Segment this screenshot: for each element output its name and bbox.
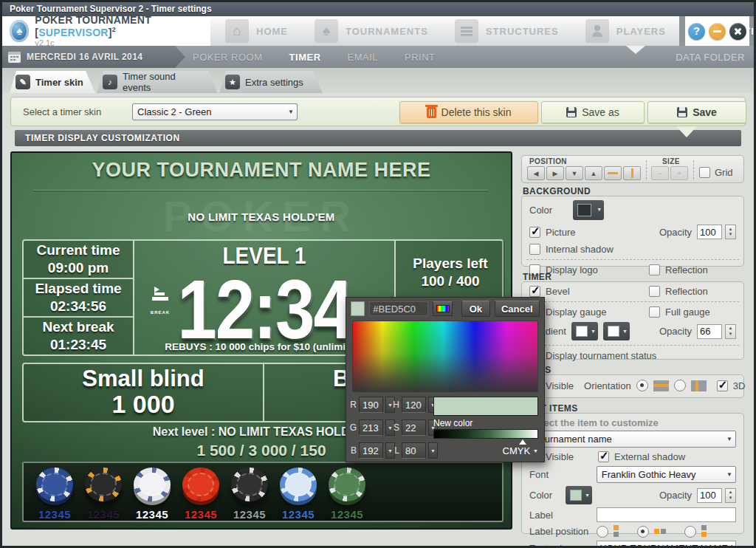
nav-label-structures: STRUCTURES bbox=[486, 26, 559, 37]
label-position-top-radio[interactable] bbox=[597, 526, 608, 538]
test-value-label: Test value bbox=[529, 543, 591, 548]
hue-saturation-field[interactable] bbox=[352, 321, 538, 392]
gradient-color1-button[interactable]: ▼ bbox=[571, 322, 598, 340]
rainbow-picker-button[interactable] bbox=[433, 301, 453, 316]
section-header-bar: TIMER DISPLAY CUSTOMIZATION bbox=[15, 130, 741, 146]
save-as-button[interactable]: Save as bbox=[541, 101, 645, 123]
hex-color-input[interactable] bbox=[369, 301, 428, 316]
skin-select-dropdown[interactable]: Classic 2 - Green ▼ bbox=[132, 103, 298, 120]
gradient-color2-button[interactable]: ▼ bbox=[603, 322, 630, 340]
grid-checkbox[interactable] bbox=[699, 167, 710, 178]
poker-chip-blue bbox=[36, 467, 73, 501]
subnav-item-timer[interactable]: TIMER bbox=[289, 52, 321, 63]
nav-item-structures[interactable]: STRUCTURES bbox=[441, 16, 572, 46]
bg-opacity-input[interactable] bbox=[697, 225, 722, 239]
nav-item-tournaments[interactable]: ♠ TOURNAMENTS bbox=[301, 16, 441, 46]
nav-item-players[interactable]: PLAYERS bbox=[572, 16, 679, 46]
size-label: SIZE bbox=[662, 157, 680, 165]
move-down-button[interactable]: ▼ bbox=[566, 166, 583, 180]
bg-color-swatch-button[interactable]: ▼ bbox=[573, 200, 604, 220]
orientation-vertical-radio[interactable] bbox=[674, 380, 686, 391]
label-position-bottom-radio[interactable] bbox=[684, 526, 696, 538]
full-gauge-checkbox[interactable] bbox=[649, 306, 660, 318]
horizontal-line-icon bbox=[608, 172, 618, 174]
date-tab[interactable]: MERCREDI 16 AVRIL 2014 bbox=[2, 46, 185, 68]
timer-opacity-input[interactable] bbox=[697, 324, 722, 339]
rainbow-icon bbox=[436, 305, 450, 312]
red-value[interactable]: 190 bbox=[359, 397, 383, 413]
label-position-left-radio[interactable] bbox=[637, 526, 649, 538]
minimize-button[interactable] bbox=[709, 23, 726, 40]
save-callout-notch bbox=[676, 126, 697, 137]
select-item-label: Select the item to customize bbox=[529, 417, 659, 428]
label-input[interactable] bbox=[597, 507, 736, 522]
item-opacity-stepper[interactable]: ▲▼ bbox=[725, 488, 736, 503]
lightness-slider[interactable] bbox=[433, 429, 538, 439]
timer-opacity-stepper[interactable]: ▲▼ bbox=[725, 324, 736, 339]
item-color-swatch-button[interactable]: ▼ bbox=[566, 486, 592, 504]
tab-extra-settings[interactable]: ★ Extra settings bbox=[219, 71, 323, 93]
bg-color-swatch bbox=[577, 204, 591, 216]
size-decrease-button[interactable]: − bbox=[651, 166, 669, 180]
font-dropdown[interactable]: Franklin Gothic Heavy ▼ bbox=[597, 466, 736, 483]
text-items-section: Select the item to customize Tournament … bbox=[521, 413, 744, 534]
subnav-item-poker-room[interactable]: POKER ROOM bbox=[193, 52, 263, 63]
lightness-value[interactable]: 80 bbox=[402, 442, 426, 459]
center-horizontal-button[interactable] bbox=[604, 166, 622, 180]
save-button[interactable]: Save bbox=[647, 101, 746, 123]
hue-value[interactable]: 120 bbox=[402, 397, 426, 413]
chips-3d-checkbox[interactable] bbox=[717, 380, 728, 391]
timer-reflection-label: Reflection bbox=[665, 286, 736, 297]
cancel-button[interactable]: Cancel bbox=[495, 301, 540, 317]
subnav-item-email[interactable]: EMAIL bbox=[348, 52, 379, 63]
settings-panel: POSITION SIZE ◀ ▶ ▼ ▲ − ＋ Grid BACKGROUN… bbox=[521, 151, 750, 535]
poker-chip-black-orange bbox=[85, 467, 122, 501]
chip-item: 12345 bbox=[229, 467, 270, 521]
ok-button[interactable]: Ok bbox=[461, 301, 489, 317]
move-left-button[interactable]: ◀ bbox=[527, 166, 545, 180]
text-item-dropdown[interactable]: Tournament name ▼ bbox=[529, 431, 736, 448]
bg-reflection-label: Reflection bbox=[665, 264, 736, 275]
test-value-input[interactable] bbox=[597, 541, 736, 548]
nav-item-home[interactable]: ⌂ HOME bbox=[212, 16, 301, 46]
nav-label-tournaments: TOURNAMENTS bbox=[346, 26, 428, 37]
bg-reflection-checkbox[interactable] bbox=[649, 264, 660, 275]
tab-timer-skin[interactable]: ✎ Timer skin bbox=[10, 71, 95, 93]
lightness-slider-marker[interactable] bbox=[519, 439, 526, 445]
timer-reflection-checkbox[interactable] bbox=[649, 286, 660, 297]
item-opacity-input[interactable] bbox=[697, 488, 722, 503]
chevron-down-icon: ▼ bbox=[585, 493, 590, 498]
internal-shadow-checkbox[interactable] bbox=[529, 244, 540, 255]
center-vertical-button[interactable] bbox=[623, 166, 641, 180]
orientation-horizontal-radio[interactable] bbox=[636, 380, 648, 391]
tab-timer-sound-events[interactable]: ♪ Timer sound events bbox=[97, 71, 218, 93]
blue-value[interactable]: 192 bbox=[359, 442, 383, 459]
lightness-label: L bbox=[392, 445, 399, 456]
delete-skin-button[interactable]: Delete this skin bbox=[399, 101, 538, 123]
help-button[interactable]: ? bbox=[688, 23, 705, 40]
bevel-checkbox[interactable] bbox=[529, 286, 540, 297]
main-navigation: ♠ POKER TOURNAMENT [SUPERVISOR]2 v2.1c ⌂… bbox=[2, 16, 754, 47]
close-button[interactable] bbox=[729, 23, 746, 40]
subnav-item-print[interactable]: PRINT bbox=[405, 52, 436, 63]
chip-item: 12345 bbox=[34, 467, 75, 521]
preview-tournament-name: YOUR TOURNAMENT NAME HERE bbox=[12, 159, 511, 182]
data-folder-link[interactable]: DATA FOLDER bbox=[676, 52, 745, 63]
external-shadow-checkbox[interactable] bbox=[598, 451, 609, 462]
size-increase-button[interactable]: ＋ bbox=[670, 166, 688, 180]
new-color-label: New color bbox=[433, 418, 472, 428]
save-as-label: Save as bbox=[582, 106, 619, 118]
move-right-button[interactable]: ▶ bbox=[546, 166, 564, 180]
poker-chip-lightblue bbox=[280, 467, 317, 501]
players-left-label: Players left bbox=[413, 255, 487, 273]
saturation-value[interactable]: 22 bbox=[402, 419, 426, 436]
move-up-button[interactable]: ▲ bbox=[585, 166, 602, 180]
cmyk-dropdown[interactable]: CMYK ▼ bbox=[503, 445, 539, 456]
poker-chip-red bbox=[182, 467, 219, 501]
green-value[interactable]: 213 bbox=[359, 419, 383, 436]
lightness-dropdown-arrow[interactable]: ▼ bbox=[428, 442, 438, 459]
bg-opacity-stepper[interactable]: ▲▼ bbox=[725, 225, 736, 239]
label-position-bottom-icon bbox=[701, 525, 707, 538]
position-size-toolbar: POSITION SIZE ◀ ▶ ▼ ▲ − ＋ Grid bbox=[521, 155, 744, 183]
picture-checkbox[interactable] bbox=[529, 227, 540, 238]
